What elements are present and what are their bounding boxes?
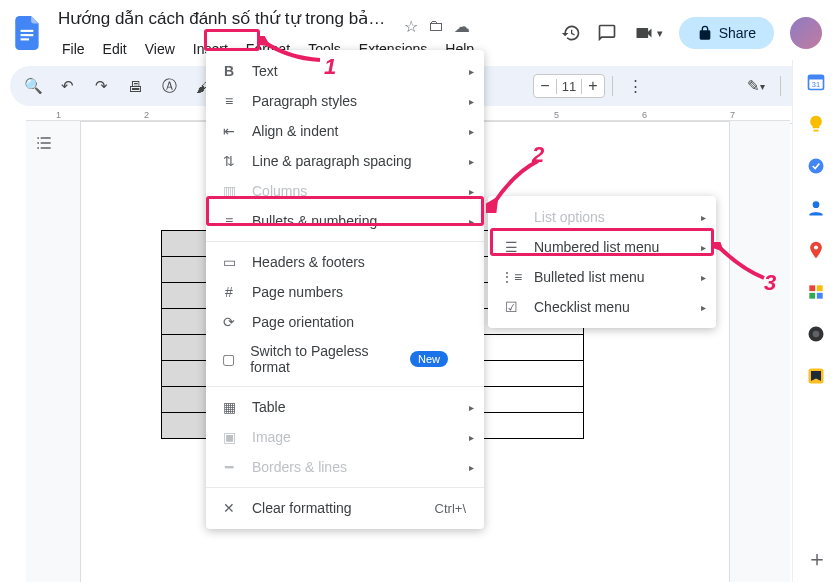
addon-icon-1[interactable]	[806, 282, 826, 302]
svg-point-7	[812, 201, 819, 208]
font-size-control: − 11 +	[533, 74, 605, 98]
menu-item-headers-footers[interactable]: ▭Headers & footers	[206, 247, 484, 277]
share-label: Share	[719, 25, 756, 41]
chevron-right-icon: ▸	[469, 96, 474, 107]
menu-view[interactable]: View	[137, 38, 183, 60]
search-icon[interactable]: 🔍	[18, 71, 48, 101]
editing-mode-icon[interactable]: ✎ ▾	[741, 71, 771, 101]
font-size-increase[interactable]: +	[582, 77, 604, 95]
cloud-status-icon[interactable]: ☁	[454, 17, 470, 36]
redo-icon[interactable]: ↷	[86, 71, 116, 101]
menu-item-switch-pageless[interactable]: ▢Switch to Pageless formatNew	[206, 337, 484, 381]
svg-point-14	[812, 331, 819, 338]
chevron-right-icon: ▸	[701, 272, 706, 283]
svg-point-6	[808, 159, 823, 174]
chevron-right-icon: ▸	[701, 212, 706, 223]
menu-item-clear-formatting[interactable]: ✕Clear formattingCtrl+\	[206, 493, 484, 523]
addon-icon-2[interactable]	[806, 324, 826, 344]
chevron-right-icon: ▸	[469, 432, 474, 443]
menu-item-page-orientation[interactable]: ⟳Page orientation	[206, 307, 484, 337]
menu-item-table[interactable]: ▦Table▸	[206, 392, 484, 422]
menu-item-columns: ▥Columns▸	[206, 176, 484, 206]
annotation-number-1: 1	[324, 54, 336, 80]
borders-icon: ━	[220, 459, 238, 475]
addon-icon-3[interactable]	[806, 366, 826, 386]
menu-item-bullets-numbering[interactable]: ≡Bullets & numbering▸	[206, 206, 484, 236]
comments-icon[interactable]	[597, 23, 617, 43]
format-menu-dropdown: BText▸ ≡Paragraph styles▸ ⇤Align & inden…	[206, 50, 484, 529]
menu-item-text[interactable]: BText▸	[206, 56, 484, 86]
lock-icon	[697, 25, 713, 41]
docs-logo-icon[interactable]	[12, 13, 44, 53]
svg-rect-10	[816, 285, 822, 291]
svg-point-8	[813, 245, 817, 249]
chevron-right-icon: ▸	[469, 66, 474, 77]
menu-file[interactable]: File	[54, 38, 93, 60]
move-icon[interactable]: 🗀	[428, 17, 444, 36]
annotation-arrow-3	[712, 242, 772, 286]
hash-icon: #	[220, 284, 238, 300]
orientation-icon: ⟳	[220, 314, 238, 330]
clear-format-icon: ✕	[220, 500, 238, 516]
menu-edit[interactable]: Edit	[95, 38, 135, 60]
calendar-icon[interactable]: 31	[806, 72, 826, 92]
chevron-right-icon: ▸	[469, 126, 474, 137]
pageless-icon: ▢	[220, 351, 236, 367]
font-size-value[interactable]: 11	[556, 79, 582, 94]
svg-rect-0	[21, 30, 34, 32]
svg-rect-9	[809, 285, 815, 291]
columns-icon: ▥	[220, 183, 238, 199]
menu-item-align-indent[interactable]: ⇤Align & indent▸	[206, 116, 484, 146]
svg-rect-2	[21, 38, 30, 40]
chevron-right-icon: ▸	[469, 156, 474, 167]
bullets-numbering-submenu: List options▸ ☰Numbered list menu▸ ⋮≡Bul…	[488, 196, 716, 328]
maps-icon[interactable]	[806, 240, 826, 260]
chevron-right-icon: ▸	[701, 242, 706, 253]
menu-item-page-numbers[interactable]: #Page numbers	[206, 277, 484, 307]
document-title[interactable]: Hướng dẫn cách đánh số thứ tự trong bảng…	[54, 6, 394, 31]
numbered-list-icon: ≡	[220, 213, 238, 229]
share-button[interactable]: Share	[679, 17, 774, 49]
numbered-list-icon: ☰	[502, 239, 520, 255]
menu-item-paragraph-styles[interactable]: ≡Paragraph styles▸	[206, 86, 484, 116]
checklist-icon: ☑	[502, 299, 520, 315]
headers-icon: ▭	[220, 254, 238, 270]
submenu-item-numbered-list[interactable]: ☰Numbered list menu▸	[488, 232, 716, 262]
history-icon[interactable]	[561, 23, 581, 43]
svg-text:31: 31	[811, 80, 819, 89]
side-panel: 31 ＋	[792, 60, 838, 582]
new-badge: New	[410, 351, 448, 367]
paragraph-icon: ≡	[220, 93, 238, 109]
menu-item-line-spacing[interactable]: ⇅Line & paragraph spacing▸	[206, 146, 484, 176]
chevron-right-icon: ▸	[469, 462, 474, 473]
more-toolbar-icon[interactable]: ⋮	[620, 71, 650, 101]
print-icon[interactable]: 🖶	[120, 71, 150, 101]
get-addons-icon[interactable]: ＋	[806, 544, 826, 564]
account-avatar[interactable]	[790, 17, 822, 49]
contacts-icon[interactable]	[806, 198, 826, 218]
submenu-item-checklist[interactable]: ☑Checklist menu▸	[488, 292, 716, 322]
menu-item-borders-lines: ━Borders & lines▸	[206, 452, 484, 482]
keep-icon[interactable]	[806, 114, 826, 134]
submenu-item-bulleted-list[interactable]: ⋮≡Bulleted list menu▸	[488, 262, 716, 292]
outline-toggle-icon[interactable]	[34, 133, 54, 153]
chevron-right-icon: ▸	[469, 186, 474, 197]
shortcut-label: Ctrl+\	[435, 501, 466, 516]
svg-rect-4	[808, 75, 823, 79]
bold-icon: B	[220, 63, 238, 79]
chevron-right-icon: ▸	[469, 216, 474, 227]
tasks-icon[interactable]	[806, 156, 826, 176]
font-size-decrease[interactable]: −	[534, 77, 556, 95]
svg-rect-11	[809, 293, 815, 299]
line-spacing-icon: ⇅	[220, 153, 238, 169]
star-icon[interactable]: ☆	[404, 17, 418, 36]
annotation-arrow-1	[258, 36, 328, 68]
bulleted-list-icon: ⋮≡	[502, 269, 520, 285]
undo-icon[interactable]: ↶	[52, 71, 82, 101]
annotation-number-3: 3	[764, 270, 776, 296]
image-icon: ▣	[220, 429, 238, 445]
spellcheck-icon[interactable]: Ⓐ	[154, 71, 184, 101]
chevron-right-icon: ▸	[469, 402, 474, 413]
meet-icon[interactable]: ▾	[633, 23, 663, 43]
svg-rect-12	[816, 293, 822, 299]
